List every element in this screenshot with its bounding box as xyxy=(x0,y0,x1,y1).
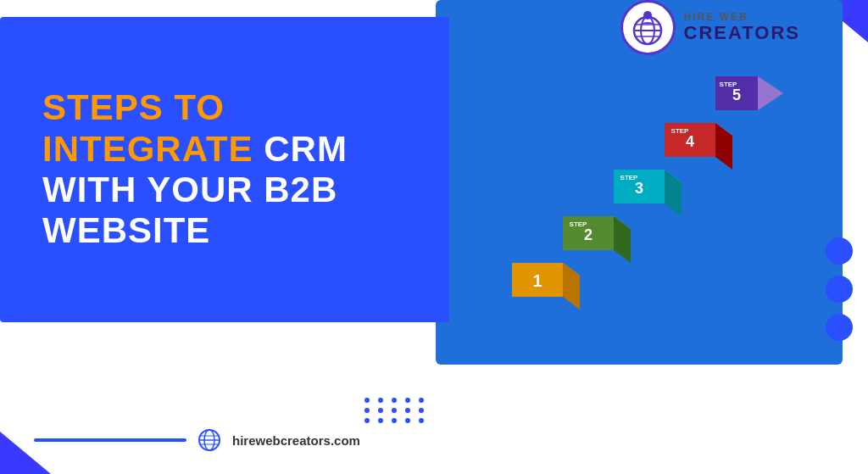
dot xyxy=(392,418,397,423)
staircase-svg: 1 2 STEP 3 STEP xyxy=(461,17,817,348)
dot xyxy=(392,398,397,403)
dot xyxy=(419,418,424,423)
dot xyxy=(378,418,383,423)
svg-text:STEP: STEP xyxy=(671,127,690,135)
dot xyxy=(419,398,424,403)
svg-marker-12 xyxy=(614,216,631,263)
dot-grid-decoration xyxy=(364,398,427,423)
dot xyxy=(378,398,383,403)
svg-marker-8 xyxy=(563,263,580,309)
dot xyxy=(405,418,410,423)
svg-marker-22 xyxy=(715,123,732,170)
svg-text:STEP: STEP xyxy=(620,174,639,181)
circle-decoration-1 xyxy=(826,237,853,265)
dot xyxy=(364,398,370,403)
dot xyxy=(378,408,383,413)
svg-text:1: 1 xyxy=(532,271,542,290)
svg-point-5 xyxy=(643,11,652,20)
dot xyxy=(405,398,410,403)
main-title: STEPS TO INTEGRATE CRM WITH YOUR B2B WEB… xyxy=(42,87,407,251)
logo-creators-text: CREATORS xyxy=(684,23,800,43)
dot xyxy=(392,408,397,413)
title-crm: CRM xyxy=(264,129,348,169)
dot xyxy=(364,418,370,423)
globe-icon xyxy=(197,427,222,453)
dot xyxy=(405,408,410,413)
bottom-section: hirewebcreators.com xyxy=(34,427,360,453)
svg-marker-17 xyxy=(665,170,682,216)
logo-text: HIRE WEB CREATORS xyxy=(684,12,800,43)
svg-text:2: 2 xyxy=(584,226,593,243)
website-url: hirewebcreators.com xyxy=(232,433,360,448)
title-integrate: INTEGRATE xyxy=(42,129,253,169)
title-with: WITH YOUR B2B WEBSITE xyxy=(42,170,337,250)
logo-circle-icon xyxy=(620,0,676,55)
svg-text:5: 5 xyxy=(732,86,741,103)
svg-text:STEP: STEP xyxy=(720,81,738,88)
svg-marker-29 xyxy=(758,76,783,110)
bottom-line xyxy=(34,438,186,442)
svg-text:STEP: STEP xyxy=(570,220,588,228)
dot xyxy=(419,408,424,413)
svg-text:3: 3 xyxy=(635,180,643,197)
logo-area: HIRE WEB CREATORS xyxy=(620,0,800,55)
left-panel: STEPS TO INTEGRATE CRM WITH YOUR B2B WEB… xyxy=(0,17,449,322)
circle-decoration-2 xyxy=(826,276,853,303)
svg-text:4: 4 xyxy=(686,133,694,150)
circle-decoration-3 xyxy=(826,314,853,341)
dot xyxy=(364,408,370,413)
title-steps: STEPS TO xyxy=(42,87,225,127)
